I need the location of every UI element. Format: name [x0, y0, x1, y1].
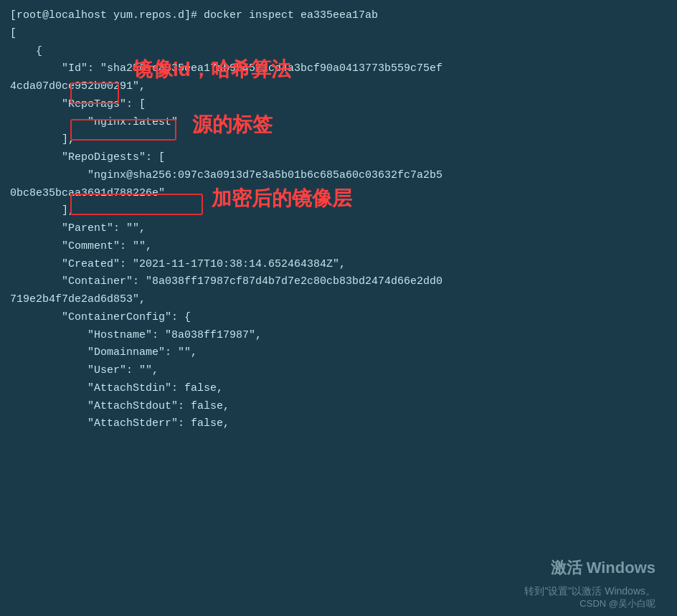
line-repodigests: "RepoDigests": [	[10, 149, 667, 167]
line-repodigests-close: ],	[10, 202, 667, 220]
line-id-cont: 4cda07d0ce952b00291",	[10, 78, 667, 96]
line-repotags-close: ],	[10, 131, 667, 149]
line-parent: "Parent": "",	[10, 220, 667, 238]
line-domainname: "Domainname": "",	[10, 344, 667, 362]
prompt-line: [root@localhost yum.repos.d]# docker ins…	[10, 7, 667, 25]
terminal-window: [root@localhost yum.repos.d]# docker ins…	[0, 0, 677, 616]
line-id: "Id": "sha256:ea335eea17ab984571cd4a3bcf…	[10, 60, 667, 78]
line-container: "Container": "8a038ff17987cf87d4b7d7e2c8…	[10, 273, 667, 291]
line-hostname: "Hostname": "8a038ff17987",	[10, 327, 667, 345]
line-attachstderr: "AttachStderr": false,	[10, 415, 667, 433]
line-nginx-latest: "nginx:latest"	[10, 114, 667, 132]
line-user: "User": "",	[10, 362, 667, 380]
line-digest-val: "nginx@sha256:097c3a0913d7e3a5b01b6c685a…	[10, 167, 667, 185]
line-brace-open: {	[10, 43, 667, 61]
activate-windows-text: 激活 Windows	[551, 557, 655, 579]
line-open-bracket: [	[10, 25, 667, 43]
line-digest-cont: 0bc8e35bcaa3691d788226e"	[10, 185, 667, 203]
csdn-label: CSDN @吴小白呢	[579, 597, 655, 610]
goto-settings-text: 转到"设置"以激活 Windows。	[524, 585, 655, 598]
line-attachstdin: "AttachStdin": false,	[10, 380, 667, 398]
line-container-cont: 719e2b4f7de2ad6d853",	[10, 291, 667, 309]
line-containerconfig: "ContainerConfig": {	[10, 309, 667, 327]
line-repotags: "RepoTags": [	[10, 96, 667, 114]
line-attachstdout: "AttachStdout": false,	[10, 398, 667, 416]
line-created: "Created": "2021-11-17T10:38:14.65246438…	[10, 256, 667, 274]
line-comment: "Comment": "",	[10, 238, 667, 256]
